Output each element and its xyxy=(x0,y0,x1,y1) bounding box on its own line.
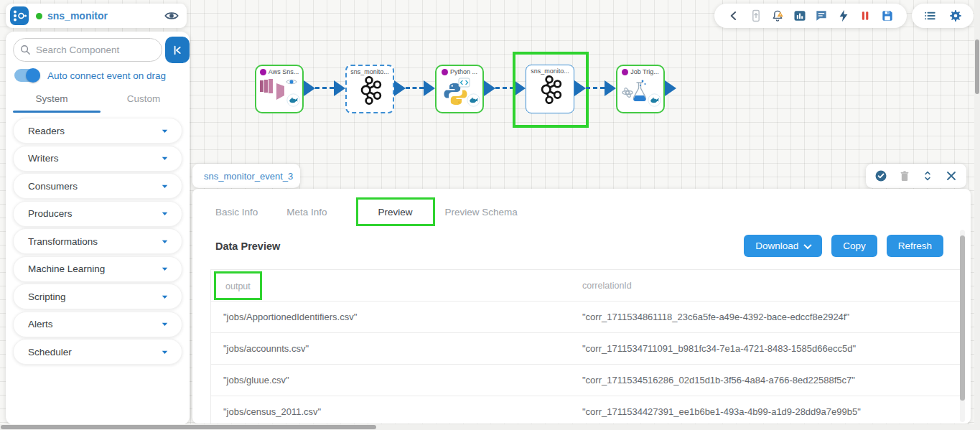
chevron-down-icon xyxy=(159,263,170,274)
mobile-upload-icon xyxy=(749,9,763,23)
output-port-arrow[interactable] xyxy=(394,80,406,96)
data-preview-table: outputcorrelationId "jobs/ApportionedIde… xyxy=(210,269,960,424)
status-check-button[interactable] xyxy=(873,168,889,184)
pipeline-node-job-trig-[interactable]: Job Trig... xyxy=(616,65,665,113)
auto-connect-label: Auto connect event on drag xyxy=(47,70,166,81)
cell-output: "jobs/ApportionedIdentifiers.csv" xyxy=(211,312,357,322)
bar-chart-button[interactable] xyxy=(792,8,808,24)
whale-icon xyxy=(467,93,480,107)
chevron-down-icon xyxy=(159,126,170,136)
sidebar-item-scheduler[interactable]: Scheduler xyxy=(13,339,182,365)
horizontal-scrollbar-thumb[interactable] xyxy=(1,425,376,429)
close-button[interactable] xyxy=(943,168,959,184)
connector-line xyxy=(495,87,514,89)
delete-button[interactable] xyxy=(897,168,913,184)
chevron-left-icon xyxy=(727,9,741,23)
output-port-arrow[interactable] xyxy=(574,80,586,96)
eye-icon[interactable] xyxy=(285,75,298,88)
chevron-down-icon xyxy=(159,319,170,329)
category-list: ReadersWritersConsumersProducersTransfor… xyxy=(13,116,182,367)
panel-scrollbar[interactable] xyxy=(960,230,965,422)
copy-button[interactable]: Copy xyxy=(831,235,877,257)
save-button[interactable] xyxy=(879,8,895,24)
list-view-button[interactable] xyxy=(922,8,938,24)
tab-preview-schema[interactable]: Preview Schema xyxy=(445,207,518,218)
cell-correlation-id: "corr_1711534427391_ee1b6be1-493a-4b99-a… xyxy=(582,406,861,417)
category-label: Scheduler xyxy=(28,347,159,357)
sidebar-item-machine-learning[interactable]: Machine Learning xyxy=(13,256,182,282)
comments-icon xyxy=(814,9,829,23)
chevron-left-button[interactable] xyxy=(726,8,742,24)
pipeline-node-sns-monito-[interactable]: sns_monito... xyxy=(526,65,574,113)
chevron-down-icon xyxy=(159,208,170,219)
mobile-upload-button[interactable] xyxy=(748,8,764,24)
column-header-correlationid: correlationId xyxy=(582,281,632,291)
vertical-scrollbar-thumb[interactable] xyxy=(975,39,979,94)
table-header-row: outputcorrelationId xyxy=(211,270,960,302)
comments-button[interactable] xyxy=(813,8,829,24)
pause-button[interactable] xyxy=(857,8,873,24)
whale-icon xyxy=(648,93,661,107)
settings-toolbar xyxy=(912,4,974,28)
pipeline-header-card: sns_monitor xyxy=(6,4,187,28)
window-horizontal-scrollbar[interactable] xyxy=(0,424,974,430)
pipeline-node-sns-monito-[interactable]: sns_monito... xyxy=(345,65,394,113)
active-tab-underline xyxy=(13,111,101,113)
tab-meta-info[interactable]: Meta Info xyxy=(286,207,327,218)
sidebar-item-transformations[interactable]: Transformations xyxy=(13,228,182,254)
pipeline-node-python-[interactable]: Python ... xyxy=(435,65,484,113)
window-vertical-scrollbar[interactable] xyxy=(974,0,980,430)
table-row: "jobs/accounnts.csv" "corr_1711534711091… xyxy=(211,333,960,365)
settings-gear-icon xyxy=(948,9,963,23)
event-tab[interactable]: sns_monitor_event_3 xyxy=(192,164,300,188)
whale-icon xyxy=(286,93,300,107)
output-port-arrow[interactable] xyxy=(484,80,495,96)
sidebar-item-alerts[interactable]: Alerts xyxy=(13,312,182,337)
search-input[interactable] xyxy=(36,45,151,55)
panel-scrollbar-thumb[interactable] xyxy=(960,235,965,401)
sidebar-item-consumers[interactable]: Consumers xyxy=(13,173,182,199)
sidebar-tab-custom[interactable]: Custom xyxy=(98,89,190,114)
event-tab-label: sns_monitor_event_3 xyxy=(204,171,293,182)
pause-icon xyxy=(858,9,872,23)
auto-connect-row: Auto connect event on drag xyxy=(14,69,166,82)
panel-actions xyxy=(866,164,966,188)
collapse-left-icon xyxy=(171,44,184,57)
inspector-panel: Basic InfoMeta InfoPreviewPreview Schema… xyxy=(192,189,971,424)
app-logo-icon xyxy=(10,6,29,25)
table-row: "jobs/gluue.csv" "corr_1711534516286_02d… xyxy=(211,365,960,396)
auto-connect-toggle[interactable] xyxy=(14,69,40,82)
collapse-sidebar-button[interactable] xyxy=(165,37,190,63)
input-port-arrow[interactable] xyxy=(334,80,345,96)
refresh-button[interactable]: Refresh xyxy=(887,235,943,257)
sidebar-item-producers[interactable]: Producers xyxy=(13,201,182,227)
sidebar-item-scripting[interactable]: Scripting xyxy=(13,284,182,309)
input-port-arrow[interactable] xyxy=(605,80,616,96)
cell-output: "jobs/accounnts.csv" xyxy=(211,343,309,354)
delete-icon xyxy=(897,169,912,183)
input-port-arrow[interactable] xyxy=(424,80,435,96)
tab-basic-info[interactable]: Basic Info xyxy=(215,207,258,218)
tab-preview[interactable]: Preview xyxy=(378,207,413,218)
pipeline-node-aws-sns-[interactable]: Aws Sns... xyxy=(255,65,304,113)
category-label: Machine Learning xyxy=(28,263,159,274)
lightning-button[interactable] xyxy=(836,8,851,24)
view-eye-icon[interactable] xyxy=(164,8,179,24)
category-label: Consumers xyxy=(28,181,159,192)
settings-gear-button[interactable] xyxy=(948,8,963,24)
table-row: "jobs/census_2011.csv" "corr_17115344273… xyxy=(211,396,960,424)
sidebar-item-writers[interactable]: Writers xyxy=(13,146,182,172)
resize-button[interactable] xyxy=(920,168,935,184)
alerts-bell-button[interactable] xyxy=(770,8,785,24)
output-port-arrow[interactable] xyxy=(304,80,315,96)
kafka-icon xyxy=(535,75,565,105)
node-label: sns_monito... xyxy=(350,68,389,75)
category-label: Producers xyxy=(28,208,159,219)
chevron-down-icon xyxy=(159,153,170,164)
data-preview-header: Data Preview Download Copy Refresh xyxy=(192,225,971,257)
sidebar-item-readers[interactable]: Readers xyxy=(13,118,182,144)
column-header-output: output xyxy=(225,281,251,291)
output-port-arrow[interactable] xyxy=(665,80,676,96)
chevron-down-icon xyxy=(804,240,812,248)
download-button[interactable]: Download xyxy=(744,235,822,257)
